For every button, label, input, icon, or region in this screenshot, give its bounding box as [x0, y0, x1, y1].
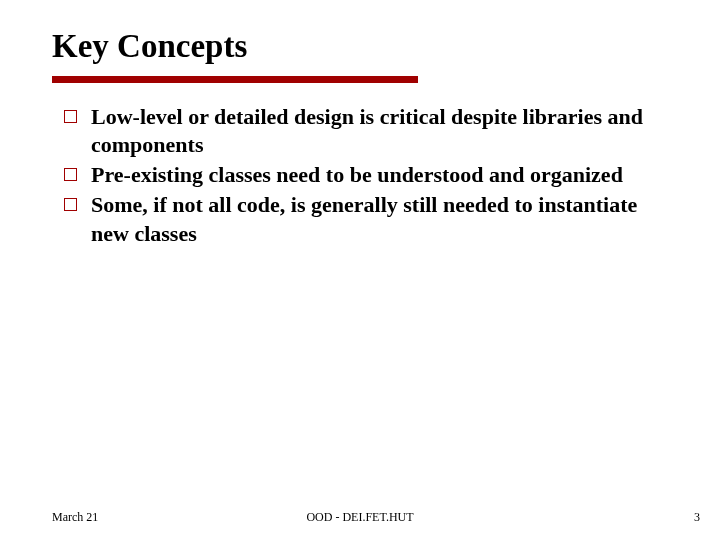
- list-item: Some, if not all code, is generally stil…: [64, 191, 670, 247]
- content-area: Low-level or detailed design is critical…: [0, 83, 720, 248]
- title-section: Key Concepts: [0, 0, 720, 65]
- footer-page-number: 3: [694, 510, 700, 525]
- list-item: Low-level or detailed design is critical…: [64, 103, 670, 159]
- footer-center-text: OOD - DEI.FET.HUT: [0, 510, 720, 525]
- checkbox-bullet-icon: [64, 198, 77, 211]
- checkbox-bullet-icon: [64, 168, 77, 181]
- bullet-text: Some, if not all code, is generally stil…: [91, 191, 670, 247]
- bullet-text: Low-level or detailed design is critical…: [91, 103, 670, 159]
- footer: March 21 OOD - DEI.FET.HUT 3: [0, 510, 720, 525]
- page-title: Key Concepts: [52, 28, 720, 65]
- checkbox-bullet-icon: [64, 110, 77, 123]
- footer-date: March 21: [52, 510, 98, 525]
- list-item: Pre-existing classes need to be understo…: [64, 161, 670, 189]
- title-underline: [52, 76, 418, 83]
- bullet-text: Pre-existing classes need to be understo…: [91, 161, 623, 189]
